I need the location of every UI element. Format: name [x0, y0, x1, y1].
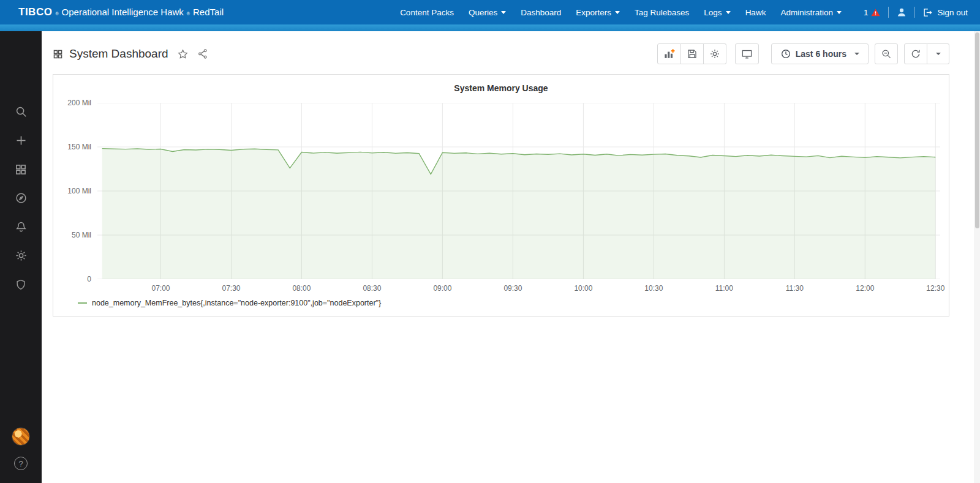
brand-suffix: RedTail	[193, 7, 224, 17]
search-icon	[15, 105, 28, 118]
add-icon	[15, 134, 28, 147]
chart-legend: node_memory_MemFree_bytes{,instance="nod…	[62, 295, 940, 309]
scrollbar-thumb[interactable]	[975, 32, 979, 228]
help-icon: ?	[14, 457, 28, 470]
sidebar-item-explore[interactable]	[0, 184, 42, 212]
nav-item-tag-rulebases[interactable]: Tag Rulebases	[635, 8, 689, 17]
brand-logo[interactable]: TIBCO® Operational Intelligence Hawk® Re…	[18, 6, 224, 18]
chevron-down-icon	[615, 11, 620, 14]
x-tick-label: 07:30	[222, 284, 240, 293]
y-axis: 200 Mil150 Mil100 Mil50 Mil0	[62, 103, 97, 279]
avatar	[12, 427, 30, 446]
save-icon	[687, 48, 698, 59]
refresh-button[interactable]	[904, 43, 927, 64]
signout-button[interactable]: Sign out	[922, 7, 968, 18]
nav-item-label: Dashboard	[521, 8, 561, 17]
topbar-divider	[888, 7, 889, 18]
sidebar-item-profile[interactable]	[0, 423, 42, 450]
chart-plot[interactable]	[97, 103, 940, 279]
topnav-right-cluster: 1 Sign out	[864, 7, 968, 18]
topnav-items: Content Packs Queries Dashboard Exporter…	[400, 8, 842, 17]
x-tick-label: 07:00	[151, 284, 170, 293]
explore-icon	[15, 192, 28, 204]
sidebar-item-security[interactable]	[0, 270, 42, 299]
settings-icon	[15, 249, 28, 262]
favorite-star-button[interactable]	[177, 48, 189, 60]
alerts-count: 1	[864, 8, 869, 17]
y-tick-label: 100 Mil	[67, 187, 91, 195]
share-button[interactable]	[197, 48, 208, 59]
legend-series-label[interactable]: node_memory_MemFree_bytes{,instance="nod…	[92, 299, 381, 307]
nav-item-exporters[interactable]: Exporters	[576, 8, 620, 17]
x-tick-label: 10:30	[644, 284, 663, 293]
memory-usage-panel[interactable]: System Memory Usage 200 Mil150 Mil100 Mi…	[53, 74, 949, 316]
sidebar-item-alerting[interactable]	[0, 212, 42, 241]
page-title: System Dashboard	[69, 47, 168, 61]
add-panel-button[interactable]	[657, 43, 681, 64]
chevron-down-icon	[726, 11, 731, 14]
refresh-interval-dropdown[interactable]	[927, 43, 949, 64]
sidebar-item-search[interactable]	[0, 97, 42, 126]
chevron-down-icon	[854, 53, 859, 55]
nav-item-label: Logs	[704, 8, 722, 17]
sidebar-item-create[interactable]	[0, 126, 42, 155]
topnav: Content Packs Queries Dashboard Exporter…	[400, 7, 968, 18]
alerts-indicator[interactable]: 1	[864, 7, 881, 18]
nav-item-label: Tag Rulebases	[635, 8, 689, 17]
sidebar-bottom: ?	[0, 423, 42, 483]
user-menu-button[interactable]	[896, 7, 907, 18]
brand-product: Operational Intelligence Hawk	[62, 7, 184, 17]
signout-icon	[922, 7, 933, 18]
add-panel-icon	[663, 48, 675, 60]
x-tick-label: 12:00	[856, 284, 874, 293]
y-tick-label: 200 Mil	[67, 99, 91, 107]
sidebar-item-help[interactable]: ?	[0, 450, 42, 477]
y-tick-label: 150 Mil	[67, 143, 91, 151]
scrollbar[interactable]	[974, 31, 980, 483]
topbar: TIBCO® Operational Intelligence Hawk® Re…	[0, 0, 980, 24]
x-tick-label: 09:30	[503, 284, 522, 293]
topbar-accent-strip	[0, 24, 980, 31]
chevron-down-icon	[837, 11, 842, 14]
panel-title[interactable]: System Memory Usage	[62, 81, 940, 103]
nav-item-hawk[interactable]: Hawk	[745, 8, 766, 17]
memory-chart-svg	[97, 103, 940, 279]
zoom-out-button[interactable]	[875, 43, 898, 64]
save-dashboard-button[interactable]	[681, 43, 704, 64]
gear-icon	[709, 48, 720, 59]
nav-item-label: Hawk	[745, 8, 766, 17]
sidebar: ?	[0, 31, 42, 483]
brand-reg-1: ®	[55, 12, 58, 16]
nav-item-logs[interactable]: Logs	[704, 8, 730, 17]
nav-item-dashboard[interactable]: Dashboard	[521, 8, 561, 17]
dashboard-settings-button[interactable]	[704, 43, 726, 64]
nav-item-label: Administration	[780, 8, 833, 17]
chevron-down-icon	[501, 11, 506, 14]
nav-item-label: Exporters	[576, 8, 611, 17]
x-tick-label: 08:00	[292, 284, 311, 293]
x-tick-label: 11:30	[786, 284, 804, 293]
brand-tibco: TIBCO	[18, 6, 52, 18]
nav-item-administration[interactable]: Administration	[780, 8, 842, 17]
nav-item-label: Queries	[469, 8, 497, 17]
brand-reg-2: ®	[187, 12, 190, 16]
nav-item-label: Content Packs	[400, 8, 454, 17]
sidebar-item-dashboards[interactable]	[0, 155, 42, 184]
nav-item-content-packs[interactable]: Content Packs	[400, 8, 454, 17]
main-content: System Dashboard	[42, 31, 980, 483]
user-icon	[896, 7, 907, 18]
legend-series-swatch[interactable]	[78, 302, 87, 304]
shield-icon	[15, 279, 27, 291]
dashboard-header: System Dashboard	[42, 31, 980, 72]
x-tick-label: 12:30	[926, 284, 944, 293]
warning-triangle-icon	[870, 7, 881, 18]
clock-icon	[780, 48, 791, 59]
nav-item-queries[interactable]: Queries	[469, 8, 506, 17]
signout-label: Sign out	[937, 8, 968, 17]
sidebar-item-configuration[interactable]	[0, 241, 42, 270]
zoom-out-icon	[881, 48, 892, 59]
cycle-view-button[interactable]	[735, 43, 759, 64]
dashboard-toolbar: Last 6 hours	[657, 43, 949, 64]
dashboards-icon	[15, 163, 27, 176]
time-range-picker[interactable]: Last 6 hours	[771, 43, 869, 64]
